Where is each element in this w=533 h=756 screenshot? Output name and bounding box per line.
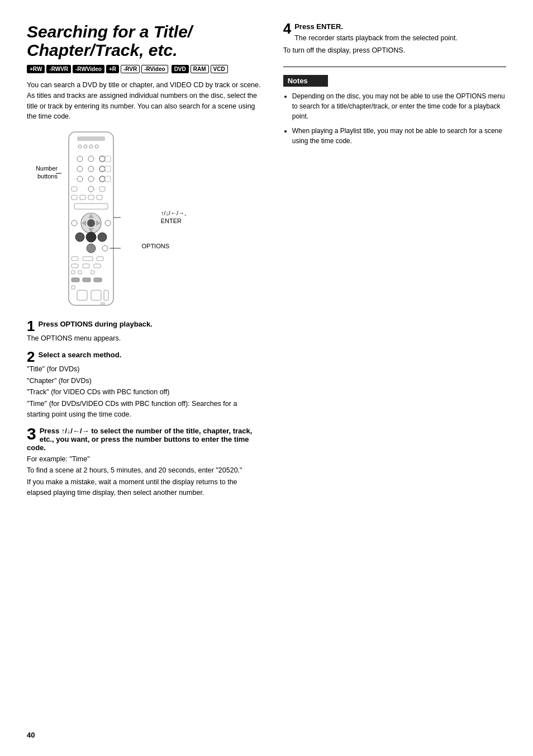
svg-point-38: [87, 244, 96, 253]
notes-header: Notes: [283, 75, 328, 87]
step-1-heading: Press OPTIONS during playback.: [27, 320, 261, 328]
svg-rect-21: [99, 187, 105, 191]
svg-rect-52: [72, 286, 75, 289]
page-title: Searching for a Title/Chapter/Track, etc…: [27, 22, 261, 59]
svg-point-11: [77, 166, 83, 172]
svg-point-34: [105, 220, 111, 226]
step-2-number: 2: [27, 349, 35, 364]
svg-rect-46: [72, 271, 75, 274]
step-4-heading: Press ENTER.: [283, 22, 506, 31]
badge-dvd: DVD: [172, 65, 189, 73]
svg-rect-10: [105, 156, 111, 162]
svg-point-39: [102, 245, 108, 251]
step-3-heading: Press ↑/↓/←/→ to select the number of th…: [27, 427, 261, 452]
page-number: 40: [27, 731, 35, 739]
svg-rect-43: [72, 264, 78, 268]
svg-rect-53: [77, 290, 87, 300]
svg-point-36: [86, 232, 96, 242]
svg-rect-25: [97, 195, 102, 200]
step-2-body: "Title" (for DVDs) "Chapter" (for DVDs) …: [27, 364, 261, 420]
svg-rect-40: [72, 257, 78, 261]
svg-point-7: [77, 156, 83, 162]
step-3: 3 Press ↑/↓/←/→ to select the number of …: [27, 427, 261, 499]
badge-ram: RAM: [191, 65, 209, 73]
notes-list: Depending on the disc, you may not be ab…: [283, 91, 506, 146]
svg-rect-41: [83, 257, 93, 261]
format-badges: +RW -RWVR -RWVideo +R -RVR -RVideo DVD R…: [27, 65, 261, 73]
badge-minus-rvideo: -RVideo: [141, 65, 168, 73]
svg-rect-51: [94, 278, 102, 282]
step-3-body: For example: "Time" To find a scene at 2…: [27, 454, 261, 498]
svg-rect-23: [80, 195, 85, 200]
svg-point-4: [84, 145, 87, 148]
label-line-left: [56, 173, 61, 174]
step-3-number: 3: [27, 426, 36, 442]
notes-box: Notes Depending on the disc, you may not…: [283, 75, 506, 146]
svg-point-33: [72, 220, 77, 226]
svg-rect-26: [74, 204, 108, 209]
divider: [283, 67, 506, 67]
badge-minus-rvr: -RVR: [121, 65, 140, 73]
svg-rect-50: [83, 278, 91, 282]
step-1-body: The OPTIONS menu appears.: [27, 333, 261, 344]
badge-minus-rwvideo: -RWVideo: [73, 65, 104, 73]
svg-rect-2: [77, 136, 105, 141]
svg-rect-24: [88, 195, 94, 200]
step-1-number: 1: [27, 319, 35, 333]
note-item-2: When playing a Playlist title, you may n…: [292, 126, 506, 146]
svg-rect-45: [94, 264, 101, 268]
note-item-1: Depending on the disc, you may not be ab…: [292, 91, 506, 121]
step-2-heading: Select a search method.: [27, 351, 261, 359]
right-column: 4 Press ENTER. The recorder starts playb…: [278, 22, 506, 734]
svg-rect-55: [104, 290, 108, 300]
svg-point-15: [77, 176, 83, 182]
remote-diagram: [60, 131, 122, 307]
badge-vcd: VCD: [211, 65, 228, 73]
svg-rect-47: [78, 271, 82, 274]
svg-rect-22: [72, 195, 77, 200]
svg-point-35: [75, 233, 84, 242]
step-2: 2 Select a search method. "Title" (for D…: [27, 351, 261, 421]
intro-text: You can search a DVD by title or chapter…: [27, 80, 261, 122]
svg-point-20: [88, 186, 94, 192]
step-4-body: The recorder starts playback from the se…: [283, 33, 506, 56]
svg-rect-56: [101, 303, 105, 305]
badge-plus-rw: +RW: [27, 65, 45, 73]
badge-minus-rwvr: -RWVR: [46, 65, 71, 73]
svg-rect-18: [105, 176, 111, 182]
svg-point-8: [88, 156, 94, 162]
svg-point-13: [99, 166, 105, 172]
step-1: 1 Press OPTIONS during playback. The OPT…: [27, 320, 261, 345]
svg-point-12: [88, 166, 94, 172]
svg-rect-54: [91, 290, 101, 300]
svg-rect-19: [72, 187, 77, 191]
enter-annotation: ↑/↓/←/→,ENTER: [161, 209, 186, 225]
diagram-area: Numberbuttons: [27, 131, 261, 309]
svg-point-3: [78, 145, 82, 148]
svg-rect-48: [91, 271, 94, 274]
svg-point-5: [89, 145, 93, 148]
svg-point-16: [88, 176, 94, 182]
svg-rect-14: [105, 166, 111, 172]
svg-rect-44: [83, 264, 89, 268]
badge-plus-r: +R: [106, 65, 119, 73]
svg-rect-42: [97, 257, 103, 261]
step-4-number: 4: [283, 21, 291, 36]
number-buttons-label: Numberbuttons: [21, 164, 58, 181]
step-4: 4 Press ENTER. The recorder starts playb…: [283, 22, 506, 58]
svg-point-9: [99, 156, 105, 162]
options-annotation: OPTIONS: [141, 243, 169, 249]
svg-point-17: [99, 176, 105, 182]
left-column: Searching for a Title/Chapter/Track, etc…: [27, 22, 278, 734]
svg-point-32: [87, 219, 95, 227]
svg-point-6: [95, 145, 98, 148]
svg-rect-49: [72, 278, 79, 282]
svg-point-37: [98, 233, 107, 242]
